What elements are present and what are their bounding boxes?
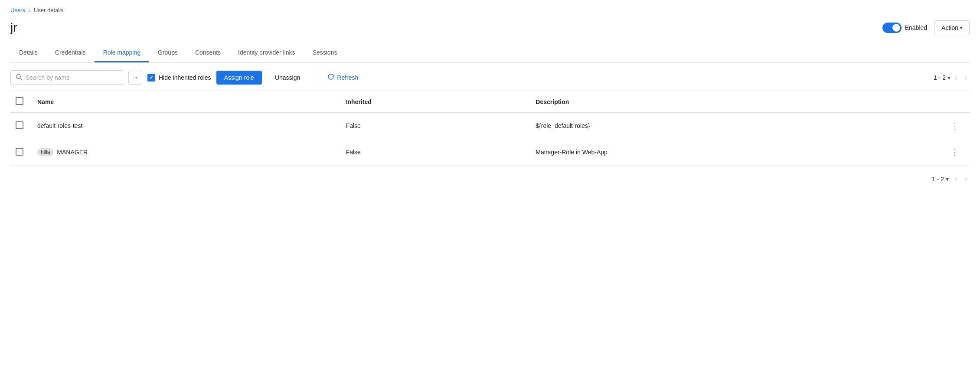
pagination-dropdown-icon[interactable]: ▾ — [947, 74, 951, 81]
toggle-label: Enabled — [905, 24, 927, 31]
breadcrumb: Users › User details — [10, 7, 970, 13]
cell-actions: ⋮ — [940, 139, 970, 166]
tab-credentials[interactable]: Credentials — [46, 44, 95, 62]
tab-details[interactable]: Details — [10, 44, 46, 62]
role-table: Name Inherited Description default-roles… — [10, 91, 970, 166]
action-button-label: Action — [941, 24, 958, 31]
header-row: jr Enabled Action ▾ — [10, 20, 970, 35]
hide-inherited-checkbox[interactable]: ✓ — [147, 74, 155, 81]
col-header-description: Description — [529, 91, 940, 113]
header-actions: Enabled Action ▾ — [882, 20, 970, 35]
tab-identity-provider-links[interactable]: Identity provider links — [229, 44, 304, 62]
role-name-text: MANAGER — [57, 149, 88, 156]
role-name-cell: default-roles-test — [37, 122, 332, 129]
cell-name: hilla MANAGER — [30, 139, 339, 166]
row-checkbox[interactable] — [16, 148, 23, 156]
breadcrumb-separator: › — [29, 7, 30, 13]
col-header-name: Name — [30, 91, 339, 113]
table-row: hilla MANAGER False Manager-Role in Web-… — [10, 139, 970, 166]
search-wrapper — [10, 70, 123, 85]
cell-description: Manager-Role in Web-App — [529, 139, 940, 166]
toolbar: → ✓ Hide inherited roles Assign role Una… — [10, 63, 970, 91]
pagination: 1 - 2 ▾ ‹ › — [934, 72, 970, 84]
svg-line-1 — [20, 78, 22, 80]
hide-inherited-label[interactable]: ✓ Hide inherited roles — [147, 74, 211, 81]
select-all-checkbox[interactable] — [16, 97, 23, 105]
page-range: 1 - 2 — [934, 74, 946, 81]
page-info: 1 - 2 ▾ — [934, 74, 951, 81]
arrow-icon: → — [132, 74, 138, 81]
search-icon — [15, 73, 22, 82]
cell-inherited: False — [339, 139, 529, 166]
tab-consents[interactable]: Consents — [186, 44, 229, 62]
toolbar-divider — [315, 72, 315, 84]
tabs: Details Credentials Role mapping Groups … — [10, 44, 970, 63]
assign-role-button[interactable]: Assign role — [216, 71, 262, 85]
refresh-button[interactable]: Refresh — [322, 70, 363, 85]
unassign-button[interactable]: Unassign — [267, 71, 308, 85]
breadcrumb-parent-link[interactable]: Users — [10, 7, 25, 13]
enabled-toggle[interactable] — [882, 23, 902, 33]
col-header-actions — [940, 91, 970, 113]
search-submit-button[interactable]: → — [128, 71, 142, 85]
chevron-down-icon: ▾ — [960, 26, 962, 30]
table-row: default-roles-test False ${role_default-… — [10, 113, 970, 139]
tab-sessions[interactable]: Sessions — [304, 44, 346, 62]
refresh-icon — [327, 73, 334, 82]
search-input[interactable] — [26, 74, 104, 81]
next-page-button[interactable]: › — [962, 72, 970, 84]
role-name-text: default-roles-test — [37, 122, 82, 129]
bottom-prev-page-button[interactable]: ‹ — [952, 173, 960, 185]
more-options-button[interactable]: ⋮ — [947, 145, 963, 159]
prev-page-button[interactable]: ‹ — [952, 72, 960, 84]
cell-actions: ⋮ — [940, 113, 970, 139]
col-header-inherited: Inherited — [339, 91, 529, 113]
unassign-label: Unassign — [275, 74, 300, 81]
bottom-pagination: 1 - 2 ▾ ‹ › — [10, 166, 970, 189]
tab-groups[interactable]: Groups — [149, 44, 186, 62]
tab-role-mapping[interactable]: Role mapping — [95, 44, 149, 62]
role-name-cell: hilla MANAGER — [37, 148, 332, 156]
bottom-page-range: 1 - 2 — [932, 176, 944, 182]
toggle-thumb — [892, 24, 900, 32]
more-options-button[interactable]: ⋮ — [947, 119, 963, 133]
enabled-toggle-wrapper: Enabled — [882, 23, 927, 33]
bottom-pagination-dropdown-icon[interactable]: ▾ — [946, 176, 949, 182]
cell-description: ${role_default-roles} — [529, 113, 940, 139]
bottom-next-page-button[interactable]: › — [962, 173, 970, 185]
role-tag: hilla — [37, 148, 53, 156]
action-button[interactable]: Action ▾ — [934, 20, 970, 35]
row-checkbox[interactable] — [16, 121, 23, 129]
refresh-label: Refresh — [337, 74, 358, 81]
hide-inherited-text: Hide inherited roles — [159, 74, 211, 81]
page-title: jr — [10, 21, 17, 35]
checkmark-icon: ✓ — [149, 75, 154, 81]
table-header-row: Name Inherited Description — [10, 91, 970, 113]
assign-role-label: Assign role — [224, 74, 254, 81]
breadcrumb-current: User details — [34, 7, 64, 13]
cell-inherited: False — [339, 113, 529, 139]
cell-name: default-roles-test — [30, 113, 339, 139]
